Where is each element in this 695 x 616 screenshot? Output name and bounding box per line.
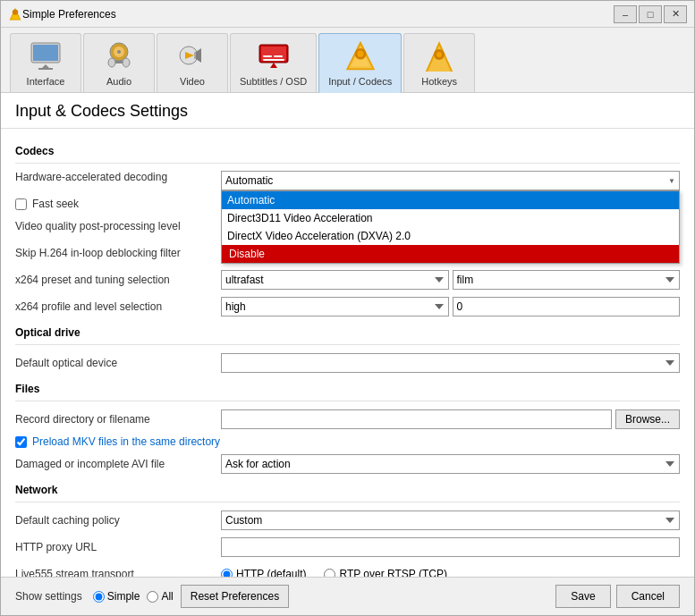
svg-point-11 <box>108 58 115 67</box>
browse-button[interactable]: Browse... <box>615 409 680 429</box>
hw-decoding-row: Hardware-accelerated decoding Automatic … <box>15 171 680 192</box>
http-proxy-label: HTTP proxy URL <box>15 541 221 553</box>
http-proxy-input[interactable] <box>221 537 680 557</box>
video-icon <box>174 38 210 73</box>
dropdown-item-dxva[interactable]: DirectX Video Acceleration (DXVA) 2.0 <box>222 227 679 245</box>
preload-mkv-link[interactable]: Preload MKV files in the same directory <box>32 435 220 448</box>
live555-http-label: HTTP (default) <box>236 568 306 577</box>
tab-video[interactable]: Video <box>157 33 228 92</box>
input-icon <box>343 38 378 73</box>
fast-seek-label[interactable]: Fast seek <box>32 198 79 210</box>
hw-decoding-list: Automatic Direct3D11 Video Acceleration … <box>221 190 680 264</box>
skip-h264-label: Skip H.264 in-loop deblocking filter <box>15 247 221 259</box>
record-dir-control: Browse... <box>221 409 680 429</box>
damaged-avi-control: Ask for action Ignore Always fix <box>221 454 680 474</box>
all-radio[interactable] <box>147 591 158 603</box>
tab-interface-label: Interface <box>27 76 65 87</box>
caching-policy-row: Default caching policy Custom Lowest lat… <box>15 510 680 531</box>
optical-device-label: Default optical device <box>15 357 221 369</box>
simple-radio-label[interactable]: Simple <box>93 590 140 603</box>
x264-preset-row: x264 preset and tuning selection ultrafa… <box>15 269 680 291</box>
simple-label: Simple <box>107 590 140 603</box>
bottom-bar: Show settings Simple All Reset Preferenc… <box>1 577 694 615</box>
tab-audio-label: Audio <box>106 76 131 87</box>
svg-point-27 <box>357 51 363 57</box>
content-area: Input & Codecs Settings Codecs Hardware-… <box>1 93 694 615</box>
x264-level-input[interactable] <box>453 297 681 316</box>
tab-interface[interactable]: Interface <box>10 33 81 92</box>
live555-rtp-label: RTP over RTSP (TCP) <box>339 568 446 577</box>
svg-rect-16 <box>194 52 196 59</box>
x264-profile-splits: baselinemainhigh <box>221 297 680 316</box>
live555-http-option[interactable]: HTTP (default) <box>221 568 306 577</box>
dropdown-item-disable[interactable]: Disable <box>222 245 679 263</box>
damaged-avi-select[interactable]: Ask for action Ignore Always fix <box>221 454 680 474</box>
tab-hotkeys[interactable]: Hotkeys <box>403 33 475 92</box>
live555-http-radio[interactable] <box>221 569 233 578</box>
x264-profile-select[interactable]: baselinemainhigh <box>221 297 449 316</box>
maximize-button[interactable]: □ <box>639 5 662 23</box>
record-dir-input[interactable] <box>221 409 612 429</box>
optical-device-select[interactable] <box>221 353 680 373</box>
tab-hotkeys-label: Hotkeys <box>421 76 457 87</box>
scroll-content[interactable]: Codecs Hardware-accelerated decoding Aut… <box>1 129 694 577</box>
svg-rect-6 <box>38 68 53 70</box>
tab-audio[interactable]: Audio <box>83 33 155 92</box>
dropdown-arrow-icon: ▼ <box>668 177 675 185</box>
tab-input[interactable]: Input / Codecs <box>318 33 402 93</box>
live555-row: Live555 stream transport HTTP (default) … <box>15 563 680 577</box>
tab-subtitles[interactable]: Subtitles / OSD <box>230 33 317 92</box>
title-bar: Simple Preferences – □ ✕ <box>1 1 694 28</box>
reset-preferences-button[interactable]: Reset Preferences <box>181 585 289 608</box>
live555-rtp-option[interactable]: RTP over RTSP (TCP) <box>324 568 446 577</box>
x264-preset-control: ultrafastsuperfastveryfast fasterfastmed… <box>221 270 680 290</box>
svg-point-2 <box>13 9 18 14</box>
live555-control: HTTP (default) RTP over RTSP (TCP) <box>221 568 680 577</box>
dropdown-item-automatic[interactable]: Automatic <box>222 191 679 209</box>
dropdown-item-d3d11[interactable]: Direct3D11 Video Acceleration <box>222 209 679 227</box>
preload-mkv-row: Preload MKV files in the same directory <box>15 435 680 448</box>
cancel-button[interactable]: Cancel <box>616 585 680 608</box>
svg-marker-15 <box>196 48 201 63</box>
save-button[interactable]: Save <box>555 585 610 608</box>
files-section-header: Files <box>15 383 680 395</box>
app-icon <box>8 7 22 21</box>
bottom-right-actions: Save Cancel <box>555 585 680 608</box>
preload-mkv-label[interactable]: Preload MKV files in the same directory <box>32 435 220 448</box>
x264-preset-label: x264 preset and tuning selection <box>15 274 221 286</box>
record-dir-row: Record directory or filename Browse... <box>15 409 680 430</box>
svg-point-9 <box>117 50 121 54</box>
record-dir-label: Record directory or filename <box>15 413 221 426</box>
simple-radio[interactable] <box>93 591 105 603</box>
page-title: Input & Codecs Settings <box>1 93 694 129</box>
hw-decoding-field[interactable]: Automatic ▼ <box>221 171 680 190</box>
tab-input-label: Input / Codecs <box>328 76 392 87</box>
title-bar-text: Simple Preferences <box>22 8 614 21</box>
tab-video-label: Video <box>180 76 205 87</box>
x264-tuning-select[interactable]: filmanimationgrain stillimagepsnrssim <box>453 270 681 290</box>
minimize-button[interactable]: – <box>614 5 637 23</box>
all-label: All <box>161 590 173 603</box>
x264-preset-splits: ultrafastsuperfastveryfast fasterfastmed… <box>221 270 680 290</box>
hw-decoding-dropdown[interactable]: Automatic ▼ Automatic Direct3D11 Video A… <box>221 171 680 190</box>
interface-icon <box>28 38 64 73</box>
all-radio-label[interactable]: All <box>147 590 173 603</box>
tab-subtitles-label: Subtitles / OSD <box>240 76 307 87</box>
svg-rect-21 <box>263 59 284 61</box>
optical-divider <box>15 344 680 345</box>
x264-preset-select[interactable]: ultrafastsuperfastveryfast fasterfastmed… <box>221 270 449 290</box>
caching-policy-label: Default caching policy <box>15 514 221 527</box>
svg-point-12 <box>123 58 130 67</box>
main-window: Simple Preferences – □ ✕ Interface <box>0 0 695 616</box>
fast-seek-checkbox[interactable] <box>15 198 27 210</box>
optical-section-header: Optical drive <box>15 326 680 339</box>
preload-mkv-checkbox[interactable] <box>15 436 27 448</box>
svg-rect-20 <box>274 55 283 57</box>
show-settings-label: Show settings <box>15 590 82 603</box>
close-button[interactable]: ✕ <box>664 5 687 23</box>
optical-device-control <box>221 353 680 373</box>
live555-radio-group: HTTP (default) RTP over RTSP (TCP) <box>221 568 680 577</box>
caching-policy-select[interactable]: Custom Lowest latency Low latency Normal… <box>221 511 680 530</box>
x264-profile-control: baselinemainhigh <box>221 297 680 316</box>
live555-rtp-radio[interactable] <box>324 569 335 578</box>
